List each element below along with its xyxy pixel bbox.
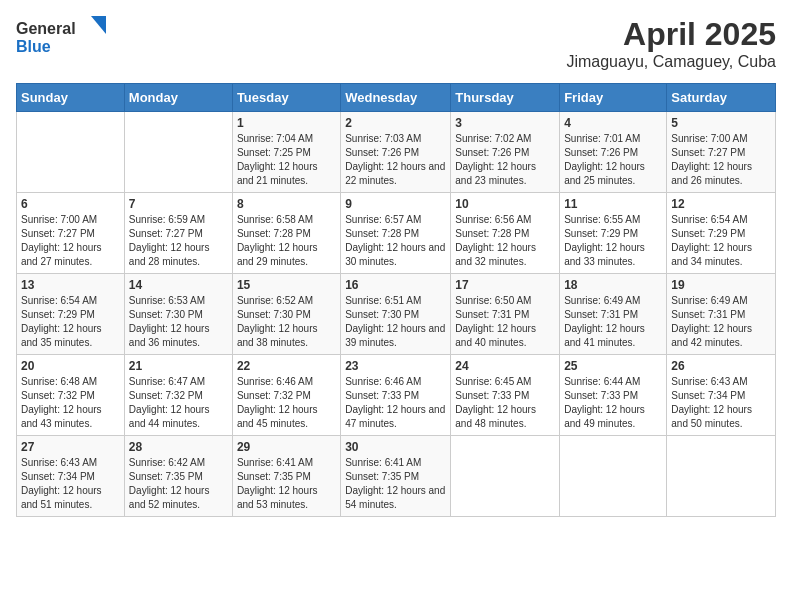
header-sunday: Sunday [17,84,125,112]
calendar-cell: 12Sunrise: 6:54 AMSunset: 7:29 PMDayligh… [667,193,776,274]
day-number: 24 [455,359,555,373]
day-info: Sunrise: 6:42 AMSunset: 7:35 PMDaylight:… [129,456,228,512]
day-info: Sunrise: 6:43 AMSunset: 7:34 PMDaylight:… [21,456,120,512]
day-number: 23 [345,359,446,373]
day-info: Sunrise: 6:58 AMSunset: 7:28 PMDaylight:… [237,213,336,269]
calendar-cell: 15Sunrise: 6:52 AMSunset: 7:30 PMDayligh… [232,274,340,355]
calendar-cell: 22Sunrise: 6:46 AMSunset: 7:32 PMDayligh… [232,355,340,436]
calendar-cell [560,436,667,517]
day-info: Sunrise: 7:00 AMSunset: 7:27 PMDaylight:… [21,213,120,269]
day-info: Sunrise: 6:49 AMSunset: 7:31 PMDaylight:… [671,294,771,350]
calendar-cell: 3Sunrise: 7:02 AMSunset: 7:26 PMDaylight… [451,112,560,193]
header-monday: Monday [124,84,232,112]
day-number: 25 [564,359,662,373]
calendar-cell: 14Sunrise: 6:53 AMSunset: 7:30 PMDayligh… [124,274,232,355]
day-info: Sunrise: 6:57 AMSunset: 7:28 PMDaylight:… [345,213,446,269]
day-number: 1 [237,116,336,130]
header-tuesday: Tuesday [232,84,340,112]
day-number: 7 [129,197,228,211]
day-number: 2 [345,116,446,130]
day-info: Sunrise: 6:54 AMSunset: 7:29 PMDaylight:… [21,294,120,350]
week-row-1: 6Sunrise: 7:00 AMSunset: 7:27 PMDaylight… [17,193,776,274]
calendar-cell: 29Sunrise: 6:41 AMSunset: 7:35 PMDayligh… [232,436,340,517]
calendar-cell: 18Sunrise: 6:49 AMSunset: 7:31 PMDayligh… [560,274,667,355]
day-info: Sunrise: 6:55 AMSunset: 7:29 PMDaylight:… [564,213,662,269]
day-number: 22 [237,359,336,373]
day-number: 11 [564,197,662,211]
calendar-cell: 1Sunrise: 7:04 AMSunset: 7:25 PMDaylight… [232,112,340,193]
calendar-cell: 9Sunrise: 6:57 AMSunset: 7:28 PMDaylight… [341,193,451,274]
svg-text:Blue: Blue [16,38,51,55]
calendar-cell: 13Sunrise: 6:54 AMSunset: 7:29 PMDayligh… [17,274,125,355]
calendar-cell: 17Sunrise: 6:50 AMSunset: 7:31 PMDayligh… [451,274,560,355]
calendar-cell: 6Sunrise: 7:00 AMSunset: 7:27 PMDaylight… [17,193,125,274]
calendar-cell: 10Sunrise: 6:56 AMSunset: 7:28 PMDayligh… [451,193,560,274]
main-title: April 2025 [566,16,776,53]
day-info: Sunrise: 6:45 AMSunset: 7:33 PMDaylight:… [455,375,555,431]
day-number: 27 [21,440,120,454]
header-wednesday: Wednesday [341,84,451,112]
day-info: Sunrise: 6:50 AMSunset: 7:31 PMDaylight:… [455,294,555,350]
calendar-cell: 26Sunrise: 6:43 AMSunset: 7:34 PMDayligh… [667,355,776,436]
calendar-cell: 27Sunrise: 6:43 AMSunset: 7:34 PMDayligh… [17,436,125,517]
day-info: Sunrise: 6:51 AMSunset: 7:30 PMDaylight:… [345,294,446,350]
header-saturday: Saturday [667,84,776,112]
calendar-cell: 30Sunrise: 6:41 AMSunset: 7:35 PMDayligh… [341,436,451,517]
day-number: 17 [455,278,555,292]
day-number: 10 [455,197,555,211]
day-info: Sunrise: 6:41 AMSunset: 7:35 PMDaylight:… [345,456,446,512]
day-info: Sunrise: 6:52 AMSunset: 7:30 PMDaylight:… [237,294,336,350]
calendar-cell: 20Sunrise: 6:48 AMSunset: 7:32 PMDayligh… [17,355,125,436]
day-number: 6 [21,197,120,211]
day-info: Sunrise: 6:41 AMSunset: 7:35 PMDaylight:… [237,456,336,512]
day-number: 19 [671,278,771,292]
svg-marker-2 [91,16,106,34]
calendar-cell [124,112,232,193]
day-info: Sunrise: 7:03 AMSunset: 7:26 PMDaylight:… [345,132,446,188]
header-friday: Friday [560,84,667,112]
day-info: Sunrise: 6:48 AMSunset: 7:32 PMDaylight:… [21,375,120,431]
day-number: 18 [564,278,662,292]
day-number: 28 [129,440,228,454]
day-info: Sunrise: 6:44 AMSunset: 7:33 PMDaylight:… [564,375,662,431]
day-info: Sunrise: 7:04 AMSunset: 7:25 PMDaylight:… [237,132,336,188]
svg-text:General: General [16,20,76,37]
days-header-row: SundayMondayTuesdayWednesdayThursdayFrid… [17,84,776,112]
day-info: Sunrise: 7:02 AMSunset: 7:26 PMDaylight:… [455,132,555,188]
calendar-cell [17,112,125,193]
calendar-cell: 4Sunrise: 7:01 AMSunset: 7:26 PMDaylight… [560,112,667,193]
calendar-cell: 11Sunrise: 6:55 AMSunset: 7:29 PMDayligh… [560,193,667,274]
calendar-cell: 24Sunrise: 6:45 AMSunset: 7:33 PMDayligh… [451,355,560,436]
calendar-cell [451,436,560,517]
day-number: 26 [671,359,771,373]
calendar-cell: 7Sunrise: 6:59 AMSunset: 7:27 PMDaylight… [124,193,232,274]
day-number: 8 [237,197,336,211]
day-info: Sunrise: 7:01 AMSunset: 7:26 PMDaylight:… [564,132,662,188]
day-number: 4 [564,116,662,130]
day-number: 12 [671,197,771,211]
day-number: 14 [129,278,228,292]
day-number: 21 [129,359,228,373]
calendar-cell: 16Sunrise: 6:51 AMSunset: 7:30 PMDayligh… [341,274,451,355]
day-number: 9 [345,197,446,211]
logo-svg: GeneralBlue [16,16,116,56]
day-number: 15 [237,278,336,292]
day-info: Sunrise: 6:47 AMSunset: 7:32 PMDaylight:… [129,375,228,431]
calendar-table: SundayMondayTuesdayWednesdayThursdayFrid… [16,83,776,517]
calendar-cell: 28Sunrise: 6:42 AMSunset: 7:35 PMDayligh… [124,436,232,517]
day-number: 3 [455,116,555,130]
day-number: 20 [21,359,120,373]
title-area: April 2025 Jimaguayu, Camaguey, Cuba [566,16,776,71]
calendar-cell: 2Sunrise: 7:03 AMSunset: 7:26 PMDaylight… [341,112,451,193]
day-number: 13 [21,278,120,292]
subtitle: Jimaguayu, Camaguey, Cuba [566,53,776,71]
day-number: 29 [237,440,336,454]
day-info: Sunrise: 6:46 AMSunset: 7:32 PMDaylight:… [237,375,336,431]
logo: GeneralBlue [16,16,116,56]
week-row-3: 20Sunrise: 6:48 AMSunset: 7:32 PMDayligh… [17,355,776,436]
day-info: Sunrise: 6:59 AMSunset: 7:27 PMDaylight:… [129,213,228,269]
day-number: 16 [345,278,446,292]
calendar-cell: 19Sunrise: 6:49 AMSunset: 7:31 PMDayligh… [667,274,776,355]
calendar-cell: 5Sunrise: 7:00 AMSunset: 7:27 PMDaylight… [667,112,776,193]
day-info: Sunrise: 6:43 AMSunset: 7:34 PMDaylight:… [671,375,771,431]
